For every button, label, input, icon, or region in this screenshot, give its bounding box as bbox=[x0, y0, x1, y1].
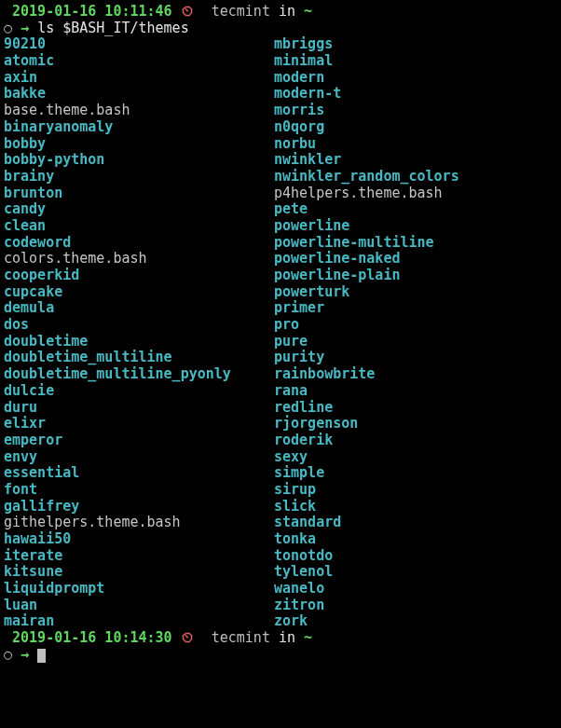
listing-entry: tylenol bbox=[274, 564, 459, 581]
cursor bbox=[37, 649, 46, 663]
listing-entry: mairan bbox=[4, 613, 274, 630]
listing-entry: sexy bbox=[274, 449, 459, 466]
listing-entry: envy bbox=[4, 449, 274, 466]
listing-entry: font bbox=[4, 482, 274, 499]
listing-entry: sirup bbox=[274, 482, 459, 499]
listing-column-2: mbriggsminimalmodernmodern-tmorrisn0qorg… bbox=[274, 36, 459, 630]
ls-output: 90210atomicaxinbakkebase.theme.bashbinar… bbox=[4, 36, 557, 630]
listing-entry: bobby bbox=[4, 136, 274, 153]
prompt-line-1: 2019-01-16 10:11:46 ⏲ tecmint in ~ bbox=[4, 4, 557, 21]
circle-icon: ○ bbox=[4, 646, 12, 663]
listing-entry: wanelo bbox=[274, 581, 459, 598]
listing-entry: bobby-python bbox=[4, 152, 274, 169]
listing-entry: pro bbox=[274, 317, 459, 334]
listing-entry: bakke bbox=[4, 86, 274, 103]
listing-entry: zork bbox=[274, 613, 459, 630]
listing-entry: hawaii50 bbox=[4, 531, 274, 548]
listing-entry: morris bbox=[274, 103, 459, 119]
prompt2-line-1: 2019-01-16 10:14:30 ⏲ tecmint in ~ bbox=[4, 630, 557, 647]
listing-entry: brunton bbox=[4, 185, 274, 202]
listing-entry: powerturk bbox=[274, 284, 459, 301]
in-label: in bbox=[279, 3, 295, 20]
listing-entry: candy bbox=[4, 201, 274, 218]
prompt-line-2[interactable]: ○ → ls $BASH_IT/themes bbox=[4, 21, 557, 37]
command-text: ls $BASH_IT/themes bbox=[37, 20, 189, 36]
listing-entry: base.theme.bash bbox=[4, 103, 274, 119]
listing-entry: emperor bbox=[4, 433, 274, 449]
listing-entry: mbriggs bbox=[274, 36, 459, 53]
listing-entry: modern bbox=[274, 70, 459, 87]
listing-entry: luan bbox=[4, 598, 274, 614]
listing-entry: primer bbox=[274, 300, 459, 317]
listing-entry: powerline-plain bbox=[274, 268, 459, 284]
listing-entry: purity bbox=[274, 350, 459, 366]
listing-entry: doubletime_multiline bbox=[4, 350, 274, 366]
listing-entry: githelpers.theme.bash bbox=[4, 515, 274, 531]
listing-entry: atomic bbox=[4, 53, 274, 70]
listing-entry: tonka bbox=[274, 531, 459, 548]
listing-entry: minimal bbox=[274, 53, 459, 70]
arrow-icon: → bbox=[21, 646, 29, 663]
listing-entry: simple bbox=[274, 465, 459, 482]
listing-entry: binaryanomaly bbox=[4, 119, 274, 136]
listing-entry: doubletime_multiline_pyonly bbox=[4, 366, 274, 383]
listing-entry: redline bbox=[274, 400, 459, 417]
listing-entry: essential bbox=[4, 465, 274, 482]
circle-icon: ○ bbox=[4, 20, 12, 36]
listing-entry: rana bbox=[274, 383, 459, 400]
listing-entry: dulcie bbox=[4, 383, 274, 400]
path: ~ bbox=[304, 3, 312, 20]
listing-entry: gallifrey bbox=[4, 499, 274, 515]
listing-entry: 90210 bbox=[4, 36, 274, 53]
listing-entry: powerline bbox=[274, 218, 459, 235]
listing-entry: axin bbox=[4, 70, 274, 87]
listing-entry: cupcake bbox=[4, 284, 274, 301]
listing-entry: roderik bbox=[274, 433, 459, 449]
listing-entry: powerline-multiline bbox=[274, 235, 459, 252]
listing-entry: pure bbox=[274, 334, 459, 350]
listing-column-1: 90210atomicaxinbakkebase.theme.bashbinar… bbox=[4, 36, 274, 630]
listing-entry: n0qorg bbox=[274, 119, 459, 136]
listing-entry: norbu bbox=[274, 136, 459, 153]
listing-entry: rainbowbrite bbox=[274, 366, 459, 383]
listing-entry: codeword bbox=[4, 235, 274, 252]
listing-entry: standard bbox=[274, 515, 459, 531]
listing-entry: p4helpers.theme.bash bbox=[274, 185, 459, 202]
listing-entry: zitron bbox=[274, 598, 459, 614]
timestamp: 2019-01-16 10:14:30 bbox=[12, 629, 172, 646]
listing-entry: nwinkler_random_colors bbox=[274, 169, 459, 185]
in-label: in bbox=[279, 629, 295, 646]
clock-icon: ⏲ bbox=[181, 629, 195, 646]
listing-entry: kitsune bbox=[4, 564, 274, 581]
arrow-icon: → bbox=[21, 20, 29, 36]
listing-entry: nwinkler bbox=[274, 152, 459, 169]
path: ~ bbox=[304, 629, 312, 646]
listing-entry: pete bbox=[274, 201, 459, 218]
listing-entry: dos bbox=[4, 317, 274, 334]
listing-entry: duru bbox=[4, 400, 274, 417]
listing-entry: demula bbox=[4, 300, 274, 317]
listing-entry: slick bbox=[274, 499, 459, 515]
listing-entry: doubletime bbox=[4, 334, 274, 350]
listing-entry: modern-t bbox=[274, 86, 459, 103]
prompt2-line-2[interactable]: ○ → bbox=[4, 647, 557, 664]
listing-entry: brainy bbox=[4, 169, 274, 185]
timestamp: 2019-01-16 10:11:46 bbox=[12, 3, 172, 20]
listing-entry: cooperkid bbox=[4, 268, 274, 284]
listing-entry: iterate bbox=[4, 548, 274, 565]
listing-entry: rjorgenson bbox=[274, 416, 459, 433]
listing-entry: powerline-naked bbox=[274, 251, 459, 268]
listing-entry: elixr bbox=[4, 416, 274, 433]
listing-entry: colors.theme.bash bbox=[4, 251, 274, 268]
listing-entry: liquidprompt bbox=[4, 581, 274, 598]
user: tecmint bbox=[212, 3, 270, 20]
clock-icon: ⏲ bbox=[181, 3, 195, 20]
user: tecmint bbox=[212, 629, 270, 646]
listing-entry: tonotdo bbox=[274, 548, 459, 565]
listing-entry: clean bbox=[4, 218, 274, 235]
